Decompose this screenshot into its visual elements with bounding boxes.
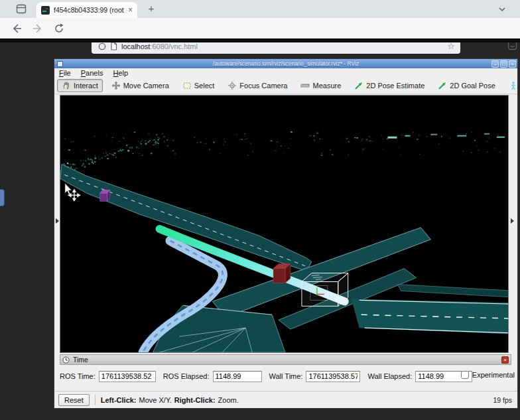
tool-move-camera-label: Move Camera <box>123 82 169 90</box>
move-icon <box>111 81 121 90</box>
tool-2d-dummy-pedestrian[interactable]: 2D Dummy Pedestrian <box>504 79 520 92</box>
ros-time-label: ROS Time: <box>60 372 96 380</box>
tab-favicon <box>41 6 50 15</box>
tool-2d-pose-estimate[interactable]: 2D Pose Estimate <box>350 79 429 92</box>
reload-icon[interactable] <box>53 23 65 35</box>
url-path: :6080/vnc.html <box>150 42 198 50</box>
tool-focus-camera[interactable]: Focus Camera <box>223 79 292 92</box>
tool-move-camera[interactable]: Move Camera <box>107 79 174 92</box>
road-upper-left <box>60 164 312 271</box>
tab-list-chevron-icon[interactable] <box>497 5 507 14</box>
tool-interact[interactable]: Interact <box>57 79 103 92</box>
rviz-window-title: /autoware/scenario.sim/rviz/scenario_sim… <box>54 60 517 67</box>
wall-time-input[interactable] <box>306 371 360 382</box>
minimize-button[interactable]: – <box>491 60 499 68</box>
forward-icon[interactable] <box>32 23 44 35</box>
browser-nav-row: localhost:6080/vnc.html ☆ <box>0 18 520 38</box>
menu-panels[interactable]: Panels <box>81 69 103 77</box>
rviz-titlebar[interactable]: /autoware/scenario.sim/rviz/scenario_sim… <box>54 59 517 68</box>
close-button[interactable]: × <box>509 60 516 68</box>
hand-icon <box>62 81 71 90</box>
dummy-pedestrian-box <box>100 190 110 201</box>
tool-2d-pose-estimate-label: 2D Pose Estimate <box>366 82 424 90</box>
road-horizontal-right <box>352 299 508 334</box>
site-info-shield-icon[interactable] <box>98 42 106 50</box>
fps-counter: 19 fps <box>493 396 513 404</box>
time-panel-close-icon[interactable]: × <box>501 356 509 364</box>
tool-interact-label: Interact <box>74 82 98 90</box>
wall-time-label: Wall Time: <box>269 372 303 380</box>
tool-focus-camera-label: Focus Camera <box>239 82 287 90</box>
tab-close-icon[interactable]: × <box>128 6 133 14</box>
clock-icon <box>62 356 70 364</box>
tab-title: f454c8b04333:99 (root) <box>54 6 124 14</box>
green-arrow-icon <box>438 81 447 90</box>
scene-svg <box>60 96 508 352</box>
time-panel-header[interactable]: Time × <box>60 354 511 365</box>
rviz-3d-viewport[interactable] <box>60 95 509 353</box>
back-icon[interactable] <box>11 23 23 35</box>
rviz-statusbar: Reset Left-Click:Move X/Y.Right-Click:Zo… <box>54 391 517 408</box>
browser-tab[interactable]: f454c8b04333:99 (root) × <box>36 2 137 18</box>
url-text: localhost:6080/vnc.html <box>121 42 198 50</box>
tool-measure[interactable]: Measure <box>296 79 346 92</box>
ego-vehicle-wireframe <box>302 273 348 307</box>
road-far-right-band <box>397 285 508 298</box>
rviz-menubar: File Panels Help <box>54 68 517 78</box>
ros-elapsed-label: ROS Elapsed: <box>163 372 210 380</box>
tool-2d-goal-pose[interactable]: 2D Goal Pose <box>433 79 499 92</box>
rviz-toolbar: Interact Move Camera Select Focus Camera <box>54 78 517 94</box>
tool-measure-label: Measure <box>312 82 341 90</box>
url-host: localhost <box>121 42 150 50</box>
menu-help[interactable]: Help <box>113 69 128 77</box>
reset-button[interactable]: Reset <box>58 394 90 406</box>
browser-tab-strip: f454c8b04333:99 (root) × + <box>0 0 520 18</box>
ruler-icon <box>300 81 310 90</box>
menu-file[interactable]: File <box>59 69 71 77</box>
tab-overview-icon[interactable] <box>16 4 27 14</box>
page-icon[interactable] <box>110 42 117 50</box>
lidar-pointcloud <box>60 131 501 171</box>
move-cross-cursor <box>68 190 80 201</box>
time-panel-fields: ROS Time: ROS Elapsed: Wall Time: Wall E… <box>60 369 511 384</box>
intersection-area <box>153 305 285 352</box>
ros-time-input[interactable] <box>99 371 156 382</box>
wall-elapsed-label: Wall Elapsed: <box>367 372 412 380</box>
experimental-group: Experimental <box>461 371 515 379</box>
new-tab-button[interactable]: + <box>145 2 158 15</box>
green-arrow-icon <box>354 81 363 90</box>
time-panel-title: Time <box>73 356 88 364</box>
obstacle-box <box>273 264 291 283</box>
mouse-cursor <box>65 183 72 194</box>
experimental-label: Experimental <box>472 371 515 379</box>
views-panel-toggle-icon[interactable] <box>511 218 514 224</box>
tool-select[interactable]: Select <box>178 79 220 92</box>
maximize-button[interactable]: □ <box>500 60 507 68</box>
statusbar-hint: Left-Click:Move X/Y.Right-Click:Zoom. <box>101 396 241 404</box>
focus-icon <box>228 81 237 90</box>
statusbar-separator <box>95 395 96 405</box>
displays-panel-toggle-icon[interactable] <box>56 218 59 224</box>
select-box-icon <box>182 81 192 90</box>
tool-2d-goal-pose-label: 2D Goal Pose <box>450 82 495 90</box>
pedestrian-icon <box>509 81 518 90</box>
desktop-top-strip <box>0 38 520 42</box>
experimental-checkbox[interactable] <box>461 371 469 379</box>
novnc-control-handle[interactable] <box>0 189 5 206</box>
ros-elapsed-input[interactable] <box>213 371 262 382</box>
tool-select-label: Select <box>194 82 215 90</box>
pointcloud-bright-clusters <box>388 133 505 139</box>
bookmark-star-icon[interactable]: ☆ <box>447 41 455 51</box>
rviz-window: /autoware/scenario.sim/rviz/scenario_sim… <box>54 59 517 408</box>
